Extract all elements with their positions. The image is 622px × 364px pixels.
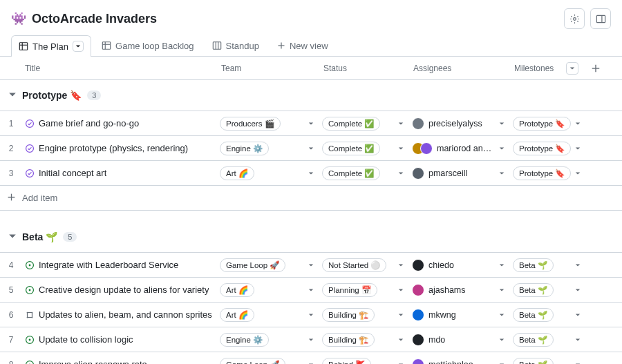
title-cell[interactable]: Integrate with Leaderboard Service (22, 260, 216, 270)
svg-rect-6 (102, 42, 110, 50)
status-pill: Not Started ⚪ (322, 258, 386, 272)
milestone-cell[interactable]: Beta 🌱 (509, 308, 585, 322)
chevron-down-icon (499, 312, 505, 318)
chevron-down-icon (499, 337, 505, 343)
team-cell[interactable]: Art 🌈 (216, 308, 318, 322)
panel-toggle-button[interactable] (590, 8, 611, 29)
plus-icon (591, 64, 601, 73)
group-header[interactable]: Prototype 🔖3 (0, 80, 622, 111)
title-cell[interactable]: Updates to alien, beam, and cannon sprit… (22, 309, 216, 320)
project-title-text: OctoArcade Invaders (32, 12, 157, 26)
assignee-cell[interactable]: chiedo (408, 259, 509, 271)
chevron-down-icon (308, 171, 314, 176)
tab-label: The Plan (32, 41, 68, 52)
team-cell[interactable]: Engine ⚙️ (216, 333, 318, 347)
tab-label: Standup (226, 41, 259, 51)
team-cell[interactable]: Engine ⚙️ (216, 142, 318, 155)
assignee-cell[interactable]: preciselyalyss (408, 117, 509, 130)
title-cell[interactable]: Initial concept art (22, 168, 216, 178)
status-cell[interactable]: Building 🏗️ (318, 308, 408, 322)
milestone-cell[interactable]: Prototype 🔖 (509, 166, 585, 180)
issue-closed-icon (25, 169, 35, 178)
status-cell[interactable]: Planning 📅 (318, 283, 408, 297)
tab-new-view[interactable]: New view (270, 35, 336, 56)
assignee-cell[interactable]: mariorod and pm (408, 142, 509, 155)
settings-button[interactable] (564, 8, 585, 29)
collapse-toggle[interactable] (8, 231, 17, 242)
tab-label: Game loop Backlog (115, 41, 194, 51)
milestone-cell[interactable]: Prototype 🔖 (509, 142, 585, 155)
team-cell[interactable]: Art 🌈 (216, 166, 318, 180)
assignee-cell[interactable]: mkwng (408, 309, 509, 321)
team-cell[interactable]: Game Loop 🚀 (216, 358, 318, 365)
column-team[interactable]: Team (216, 64, 318, 73)
milestone-cell[interactable]: Beta 🌱 (509, 258, 585, 272)
issue-closed-icon (25, 119, 35, 128)
table-row[interactable]: 1Game brief and go-no-goProducers 🎬Compl… (0, 111, 622, 136)
team-cell[interactable]: Art 🌈 (216, 283, 318, 297)
table-row[interactable]: 6Updates to alien, beam, and cannon spri… (0, 303, 622, 327)
status-cell[interactable]: Complete ✅ (318, 142, 408, 155)
svg-point-22 (29, 264, 31, 266)
tab-standup[interactable]: Standup (205, 35, 267, 56)
table-row[interactable]: 8Improve alien respawn rateGame Loop 🚀Be… (0, 352, 622, 364)
column-milestones[interactable]: Milestones (509, 62, 585, 75)
row-number: 4 (0, 260, 22, 270)
title-cell[interactable]: Creative design update to aliens for var… (22, 285, 216, 295)
group-header[interactable]: Beta 🌱5 (0, 222, 622, 253)
milestone-cell[interactable]: Beta 🌱 (509, 358, 585, 365)
collapse-toggle[interactable] (8, 90, 17, 101)
project-emoji: 👾 (11, 11, 26, 26)
team-cell[interactable]: Game Loop 🚀 (216, 258, 318, 272)
assignee-cell[interactable]: mdo (408, 334, 509, 346)
assignee-cell[interactable]: pmarsceill (408, 167, 509, 180)
avatar (412, 284, 424, 296)
avatar (412, 309, 424, 321)
title-cell[interactable]: Improve alien respawn rate (22, 359, 216, 364)
tab-label: New view (290, 41, 328, 51)
status-cell[interactable]: Behind 🚩 (318, 358, 408, 365)
chevron-down-icon (575, 171, 581, 176)
assignee-name: mattjohnlee (428, 360, 473, 365)
issue-open-icon (25, 360, 35, 365)
svg-point-17 (26, 144, 34, 152)
table-row[interactable]: 3Initial concept artArt 🌈Complete ✅pmars… (0, 161, 622, 186)
chevron-down-icon (398, 337, 404, 343)
status-cell[interactable]: Complete ✅ (318, 166, 408, 180)
column-title[interactable]: Title (22, 64, 216, 73)
status-pill: Building 🏗️ (322, 333, 375, 347)
status-cell[interactable]: Building 🏗️ (318, 333, 408, 347)
panel-icon (596, 14, 606, 24)
title-cell[interactable]: Update to collision logic (22, 334, 216, 345)
table-row[interactable]: 2Engine prototype (physics, rendering)En… (0, 136, 622, 161)
tab-game-loop-backlog[interactable]: Game loop Backlog (94, 35, 201, 56)
row-number: 6 (0, 310, 22, 320)
status-cell[interactable]: Complete ✅ (318, 117, 408, 131)
table-row[interactable]: 7Update to collision logicEngine ⚙️Build… (0, 327, 622, 352)
chevron-down-icon (398, 171, 404, 176)
milestone-cell[interactable]: Beta 🌱 (509, 283, 585, 297)
tab-the-plan[interactable]: The Plan (11, 35, 91, 57)
tab-menu-chevron[interactable] (73, 41, 84, 52)
chevron-down-icon (575, 121, 581, 126)
issue-closed-icon (25, 144, 35, 153)
issue-title: Update to collision logic (39, 334, 133, 345)
add-item-row[interactable]: Add item (0, 186, 622, 211)
assignee-cell[interactable]: mattjohnlee (408, 358, 509, 365)
milestone-cell[interactable]: Beta 🌱 (509, 333, 585, 347)
table-row[interactable]: 4Integrate with Leaderboard ServiceGame … (0, 253, 622, 278)
title-cell[interactable]: Engine prototype (physics, rendering) (22, 143, 216, 153)
project-title[interactable]: 👾 OctoArcade Invaders (11, 11, 157, 26)
status-cell[interactable]: Not Started ⚪ (318, 258, 408, 272)
team-cell[interactable]: Producers 🎬 (216, 117, 318, 131)
column-assignees[interactable]: Assignees (408, 64, 509, 73)
milestone-cell[interactable]: Prototype 🔖 (509, 117, 585, 131)
column-menu-button[interactable] (566, 62, 578, 75)
add-column-button[interactable] (585, 64, 607, 73)
table-row[interactable]: 5Creative design update to aliens for va… (0, 278, 622, 303)
column-status[interactable]: Status (318, 64, 408, 73)
assignee-cell[interactable]: ajashams (408, 284, 509, 296)
status-pill: Complete ✅ (322, 117, 380, 131)
title-cell[interactable]: Game brief and go-no-go (22, 118, 216, 128)
team-pill: Engine ⚙️ (220, 333, 269, 347)
